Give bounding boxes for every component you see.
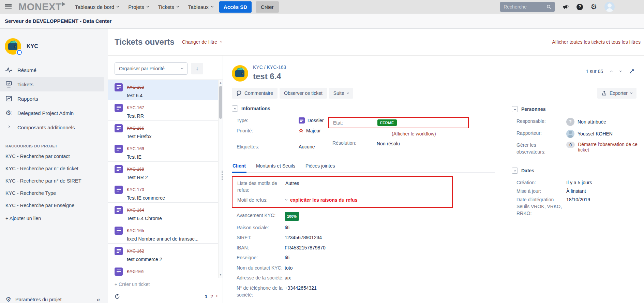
tab-montants-et-seuils[interactable]: Montants et Seuils bbox=[255, 163, 296, 172]
ticket-row[interactable]: KYC-165 fixed Nombre annuel de transac..… bbox=[108, 223, 218, 244]
list-controls: Organiser par Priorité ↓ bbox=[108, 56, 223, 80]
scrollbar-thumb[interactable] bbox=[219, 86, 222, 119]
sidebar-item-rapports[interactable]: Rapports bbox=[0, 91, 104, 106]
search-box[interactable] bbox=[500, 2, 555, 12]
previous-ticket-button[interactable] bbox=[611, 70, 612, 73]
tickets-icon bbox=[5, 80, 13, 88]
page-number-next[interactable]: 2 bbox=[210, 294, 213, 299]
issue-type-icon bbox=[115, 124, 123, 132]
shortcut-recherche-par-siret[interactable]: KYC - Recherche par n° de SIRET bbox=[0, 175, 108, 187]
collapse-section-icon[interactable] bbox=[512, 106, 518, 112]
search-icon[interactable] bbox=[546, 4, 551, 9]
add-link-button[interactable]: + Ajouter un lien bbox=[0, 212, 108, 225]
issue-type-icon bbox=[115, 104, 123, 112]
nav-tableaux[interactable]: Tableaux bbox=[188, 4, 213, 10]
shortcut-recherche-par-ticket[interactable]: KYC - Recherche par n° de ticket bbox=[0, 162, 108, 175]
sort-direction-button[interactable]: ↓ bbox=[191, 63, 203, 74]
ticket-row[interactable]: KYC-166 Test Firefox bbox=[108, 121, 218, 141]
acces-sd-button[interactable]: Accès SD bbox=[219, 1, 252, 13]
change-filter-link[interactable]: Changer de filtre bbox=[182, 39, 222, 45]
list-pagination: 1 2 bbox=[108, 290, 223, 303]
sidebar-item-tickets[interactable]: Tickets bbox=[0, 77, 104, 91]
panel-resize-handle[interactable] bbox=[222, 171, 223, 180]
refresh-icon[interactable] bbox=[115, 294, 120, 299]
settings-gear-icon[interactable]: ⚙ bbox=[590, 3, 597, 10]
field-enseigne: Enseigne: titi bbox=[237, 254, 496, 261]
collapse-section-icon[interactable] bbox=[512, 168, 518, 174]
gear-list-icon: ⚙ bbox=[5, 109, 13, 117]
sidebar-footer: ⚙ Paramètres du projet « bbox=[0, 293, 108, 303]
scroll-down-icon[interactable]: ▼ bbox=[219, 273, 223, 276]
page-title: Tickets ouverts bbox=[115, 37, 175, 47]
next-page-icon[interactable] bbox=[215, 294, 218, 297]
hamburger-menu-icon[interactable] bbox=[5, 4, 12, 9]
field-raison-sociale: Raison sociale: titi bbox=[237, 224, 496, 231]
ticket-row[interactable]: KYC-161 test commerce bbox=[108, 264, 218, 278]
sidebar-item-delegated-project-admin[interactable]: ⚙ Delegated Project Admin bbox=[0, 106, 104, 120]
chevron-down-icon bbox=[220, 40, 222, 42]
issue-type-icon bbox=[115, 145, 123, 153]
chevron-down-icon bbox=[347, 91, 349, 93]
nav-tickets[interactable]: Tickets bbox=[158, 4, 179, 10]
more-actions-button[interactable]: Suite bbox=[329, 88, 353, 99]
ticket-row[interactable]: KYC-167 Test RR bbox=[108, 100, 218, 121]
ticket-row[interactable]: KYC-163 test 6.4 bbox=[108, 80, 218, 100]
ticket-row[interactable]: KYC-170 Test IE commerce bbox=[108, 182, 218, 203]
ticket-pager: 1 sur 65 bbox=[586, 69, 634, 74]
shortcut-recherche-par-contact[interactable]: KYC - Recherche par contact bbox=[0, 150, 108, 162]
chevron-down-icon[interactable] bbox=[285, 198, 287, 200]
nav-projets[interactable]: Projets bbox=[128, 4, 149, 10]
next-ticket-button[interactable] bbox=[620, 71, 621, 72]
monext-logo-text: MONEXT bbox=[18, 2, 62, 12]
ticket-row[interactable]: KYC-168 Test RR 2 bbox=[108, 162, 218, 182]
watch-ticket-button[interactable]: Observer ce ticket bbox=[280, 88, 327, 99]
create-ticket-button[interactable]: + Créer un ticket bbox=[108, 278, 223, 290]
monext-logo[interactable]: MONEXT bbox=[18, 2, 65, 12]
collapse-section-icon[interactable] bbox=[232, 105, 238, 112]
nav-tableaux-de-bord[interactable]: Tableaux de bord bbox=[75, 4, 119, 10]
shortcut-recherche-par-enseigne[interactable]: KYC - Recherche par Enseigne bbox=[0, 199, 108, 212]
project-avatar-wallet-icon[interactable] bbox=[5, 38, 21, 55]
start-watching-link[interactable]: Démarre l'observation de ce ticket bbox=[578, 142, 639, 153]
ticket-row[interactable]: KYC-164 Test 6.4 Chrome bbox=[108, 203, 218, 223]
breadcrumb-ticket-link[interactable]: KYC-163 bbox=[267, 64, 286, 70]
show-all-tickets-link[interactable]: Afficher toutes les tickets et tous les … bbox=[552, 39, 641, 45]
project-type-badge-icon bbox=[16, 49, 23, 56]
chevron-down-icon bbox=[630, 91, 632, 93]
expand-icon[interactable] bbox=[629, 69, 634, 74]
chevron-down-icon bbox=[117, 5, 119, 7]
search-input[interactable] bbox=[504, 4, 546, 10]
chart-icon bbox=[5, 95, 13, 103]
create-button[interactable]: Créer bbox=[256, 1, 279, 13]
scroll-up-icon[interactable]: ▲ bbox=[219, 81, 223, 84]
ticket-row[interactable]: KYC-162 test commerce 2 bbox=[108, 244, 218, 264]
chevron-down-icon bbox=[211, 5, 213, 7]
shortcut-recherche-type[interactable]: KYC - Recherche Type bbox=[0, 187, 108, 199]
tab-pieces-jointes[interactable]: Pièces jointes bbox=[305, 163, 335, 172]
project-settings-button[interactable]: ⚙ Paramètres du projet bbox=[5, 297, 61, 303]
pulse-icon bbox=[5, 66, 13, 74]
field-liste-motifs-refus: Liste des motifs de refus: Autres bbox=[237, 180, 452, 193]
show-workflow-link[interactable]: (Afficher le workflow) bbox=[392, 131, 469, 136]
watchers-count-badge[interactable]: 0 bbox=[566, 142, 575, 148]
user-avatar-icon bbox=[566, 130, 574, 138]
breadcrumb-project-link[interactable]: KYC bbox=[253, 64, 263, 70]
sort-order-select[interactable]: Organiser par Priorité bbox=[115, 62, 188, 75]
reporter-name[interactable]: Youssef KOHEN bbox=[578, 130, 613, 137]
field-state-label: Etat: bbox=[333, 120, 377, 126]
collapse-sidebar-button[interactable]: « bbox=[96, 297, 100, 302]
page-number-current[interactable]: 1 bbox=[205, 294, 207, 299]
export-button[interactable]: Exporter bbox=[597, 88, 636, 99]
sidebar-item-resume[interactable]: Résumé bbox=[0, 63, 104, 77]
field-date-integration: Date d'intégration Seuils VROK, VRKO, RR… bbox=[516, 196, 644, 217]
client-fields: Avancement KYC: 100% Raison sociale: tit… bbox=[237, 212, 496, 303]
megaphone-icon[interactable] bbox=[562, 3, 569, 10]
tab-client[interactable]: Client bbox=[232, 163, 246, 173]
user-avatar[interactable] bbox=[604, 2, 615, 12]
ticket-row[interactable]: KYC-169 Test IE bbox=[108, 141, 218, 162]
issue-type-icon bbox=[115, 83, 123, 91]
sidebar-item-composants-additionnels[interactable]: Composants additionnels bbox=[0, 120, 104, 134]
comment-button[interactable]: Commentaire bbox=[232, 88, 278, 99]
ticket-detail-panel: KYC / KYC-163 test 6.4 1 sur 65 bbox=[223, 56, 644, 303]
help-icon[interactable]: ? bbox=[576, 4, 583, 10]
